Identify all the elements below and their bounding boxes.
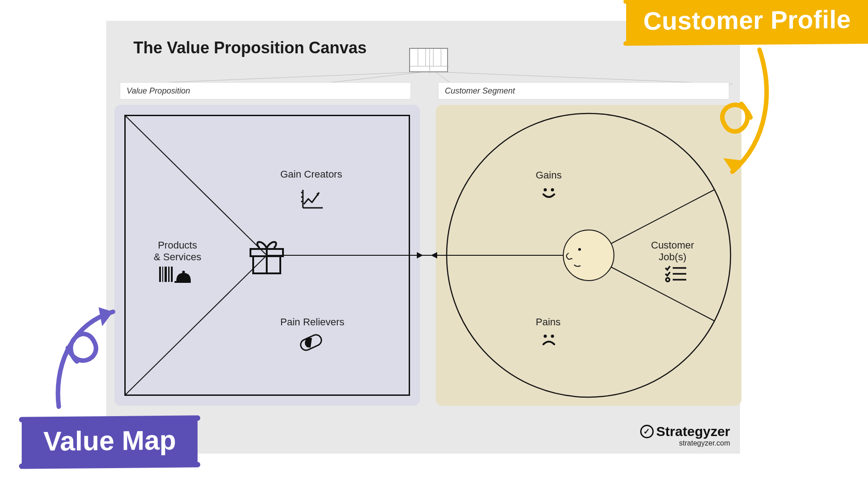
barcode-bell-icon <box>159 267 191 286</box>
value-proposition-header: Value Proposition <box>120 82 411 99</box>
customer-segment-header: Customer Segment <box>438 82 729 99</box>
svg-point-36 <box>666 278 670 282</box>
brand-name: Strategyzer <box>656 424 730 439</box>
svg-rect-11 <box>162 267 163 282</box>
customer-profile-panel <box>436 105 741 406</box>
svg-rect-12 <box>165 267 167 282</box>
pain-relievers-label: Pain Relievers <box>280 316 344 328</box>
value-map-callout-text: Value Map <box>43 425 176 457</box>
gift-icon <box>244 233 289 280</box>
svg-rect-10 <box>159 267 161 282</box>
gains-label: Gains <box>536 169 561 181</box>
svg-point-30 <box>544 188 547 192</box>
brand-url: strategyzer.com <box>640 439 730 447</box>
svg-point-15 <box>182 271 185 273</box>
brand-logo-icon: ✓ <box>640 425 654 438</box>
brand-block: ✓ Strategyzer strategyzer.com <box>640 424 730 447</box>
mini-business-model-canvas-icon <box>409 48 448 72</box>
svg-rect-13 <box>168 267 170 282</box>
pains-label: Pains <box>536 316 561 328</box>
customer-profile-callout: Customer Profile <box>626 0 868 44</box>
svg-rect-16 <box>175 281 191 283</box>
svg-point-31 <box>551 188 554 192</box>
brand-name-row: ✓ Strategyzer <box>640 424 730 439</box>
gain-creators-label: Gain Creators <box>280 169 342 180</box>
products-services-label: Products & Services <box>154 239 201 263</box>
checklist-icon <box>665 265 687 285</box>
page-title: The Value Proposition Canvas <box>133 38 367 57</box>
customer-profile-callout-text: Customer Profile <box>643 5 851 35</box>
customer-jobs-label: Customer Job(s) <box>651 239 694 263</box>
smile-icon <box>541 186 557 202</box>
svg-point-32 <box>544 335 547 338</box>
value-map-callout: Value Map <box>22 418 198 466</box>
section-headers: Value Proposition Customer Segment <box>120 82 729 99</box>
pill-icon <box>298 333 324 353</box>
svg-rect-14 <box>171 267 173 282</box>
svg-point-33 <box>551 335 554 338</box>
chart-up-icon <box>301 189 324 211</box>
frown-icon <box>541 333 557 348</box>
